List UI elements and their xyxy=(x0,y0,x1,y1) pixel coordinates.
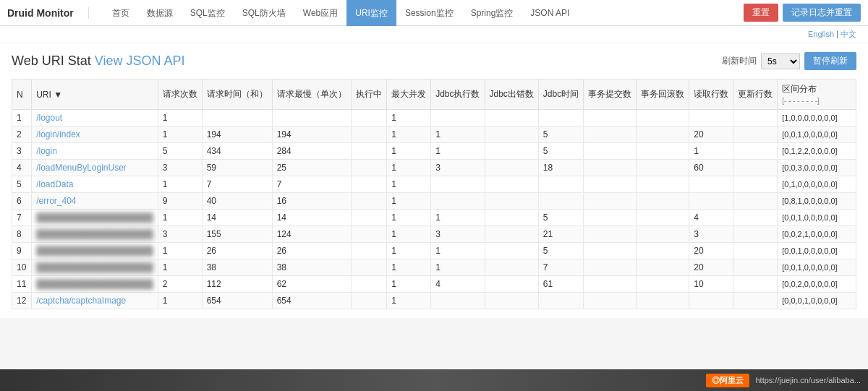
nav-links: 首页数据源SQL监控SQL防火墙Web应用URI监控Session监控Sprin… xyxy=(103,0,744,26)
cell-jdbc_exec xyxy=(431,110,485,126)
cell-req_count: 1 xyxy=(158,243,202,259)
cell-req_count: 1 xyxy=(158,126,202,143)
uri-link[interactable]: /loadMenuByLoginUser xyxy=(36,163,127,173)
cell-tx_commit xyxy=(584,143,637,160)
nav-link-Spring监控[interactable]: Spring监控 xyxy=(462,0,522,26)
refresh-controls: 刷新时间 5s 10s 30s 关闭 暂停刷新 xyxy=(722,52,856,70)
cell-running xyxy=(351,276,386,293)
col-header-0[interactable]: N xyxy=(12,80,32,110)
page-header: Web URI Stat View JSON API 刷新时间 5s 10s 3… xyxy=(12,52,856,70)
cell-req_count: 9 xyxy=(158,193,202,210)
blurred-uri: ███████████████████ xyxy=(36,279,153,289)
cell-read_rows xyxy=(689,293,733,309)
cell-jdbc_exec: 3 xyxy=(431,226,485,243)
col-header-1[interactable]: URI ▼ xyxy=(32,80,158,110)
table-row: 7███████████████████114141154[0,0,1,0,0,… xyxy=(12,210,856,226)
cell-jdbc_time xyxy=(538,176,583,193)
pause-button[interactable]: 暂停刷新 xyxy=(804,52,856,70)
cell-max_concurrent: 1 xyxy=(387,210,431,226)
uri-link[interactable]: /captcha/captchaImage xyxy=(36,296,126,306)
table-row: 2/login/index119419411520[0,0,1,0,0,0,0,… xyxy=(12,126,856,143)
nav-link-SQL监控[interactable]: SQL监控 xyxy=(182,0,234,26)
nav-link-Session监控[interactable]: Session监控 xyxy=(396,0,462,26)
cell-tx_rollback xyxy=(637,210,689,226)
nav-link-JSON API[interactable]: JSON API xyxy=(522,0,578,26)
blurred-uri: ███████████████████ xyxy=(36,229,153,239)
refresh-label: 刷新时间 xyxy=(722,55,757,67)
cell-req_time: 59 xyxy=(202,160,272,176)
cell-tx_rollback xyxy=(637,110,689,126)
uri-link[interactable]: /loadData xyxy=(36,179,73,189)
cell-tx_commit xyxy=(584,226,637,243)
cell-tx_commit xyxy=(584,126,637,143)
cell-max_concurrent: 1 xyxy=(387,110,431,126)
english-link[interactable]: English xyxy=(808,30,834,38)
chinese-link[interactable]: 中文 xyxy=(841,30,856,38)
cell-update_rows xyxy=(733,126,778,143)
uri-link[interactable]: /logout xyxy=(36,113,62,123)
nav-link-URI监控[interactable]: URI监控 xyxy=(346,0,396,26)
dist-cell: [0,1,0,0,0,0,0,0] xyxy=(778,176,856,193)
cell-req_slow: 25 xyxy=(272,160,351,176)
cell-req_slow: 38 xyxy=(272,259,351,276)
cell-jdbc_err xyxy=(485,293,538,309)
cell-jdbc_time xyxy=(538,293,583,309)
cell-max_concurrent: 1 xyxy=(387,176,431,193)
uri-link[interactable]: /error_404 xyxy=(36,196,76,206)
cell-req_count: 3 xyxy=(158,226,202,243)
cell-jdbc_err xyxy=(485,210,538,226)
table-row: 11███████████████████211262146110[0,0,2,… xyxy=(12,276,856,293)
col-header-8: Jdbc出错数 xyxy=(485,80,538,110)
table-row: 9███████████████████1262611520[0,0,1,0,0… xyxy=(12,243,856,259)
cell-running xyxy=(351,193,386,210)
cell-req_count: 1 xyxy=(158,110,202,126)
reset-button[interactable]: 重置 xyxy=(744,4,778,22)
cell-req_count: 1 xyxy=(158,176,202,193)
cell-read_rows xyxy=(689,176,733,193)
blurred-uri: ███████████████████ xyxy=(36,262,153,272)
log-reset-button[interactable]: 记录日志并重置 xyxy=(783,4,861,22)
cell-tx_rollback xyxy=(637,193,689,210)
cell-n: 5 xyxy=(12,176,32,193)
table-row: 4/loadMenuByLoginUser35925131860[0,0,3,0… xyxy=(12,160,856,176)
cell-running xyxy=(351,160,386,176)
nav-link-数据源[interactable]: 数据源 xyxy=(138,0,182,26)
dist-cell: [0,0,2,1,0,0,0,0] xyxy=(778,226,856,243)
cell-update_rows xyxy=(733,259,778,276)
cell-jdbc_time: 18 xyxy=(538,160,583,176)
uri-link[interactable]: /login xyxy=(36,146,57,156)
blurred-uri: ███████████████████ xyxy=(36,212,153,223)
col-header-12: 读取行数 xyxy=(689,80,733,110)
col-header-14: 区间分布[- - - - - - - -] xyxy=(778,80,856,110)
cell-jdbc_err xyxy=(485,110,538,126)
cell-running xyxy=(351,126,386,143)
dist-cell: [1,0,0,0,0,0,0,0] xyxy=(778,110,856,126)
cell-read_rows: 4 xyxy=(689,210,733,226)
cell-req_time: 155 xyxy=(202,226,272,243)
cell-tx_rollback xyxy=(637,243,689,259)
dist-cell: [0,8,1,0,0,0,0,0] xyxy=(778,193,856,210)
nav-link-SQL防火墙[interactable]: SQL防火墙 xyxy=(234,0,294,26)
cell-n: 3 xyxy=(12,143,32,160)
cell-read_rows: 3 xyxy=(689,226,733,243)
view-api-link[interactable]: View JSON API xyxy=(95,53,185,68)
cell-max_concurrent: 1 xyxy=(387,243,431,259)
cell-running xyxy=(351,143,386,160)
cell-req_slow: 194 xyxy=(272,126,351,143)
cell-read_rows: 20 xyxy=(689,259,733,276)
cell-jdbc_exec: 1 xyxy=(431,259,485,276)
cell-tx_commit xyxy=(584,193,637,210)
uri-link[interactable]: /login/index xyxy=(36,129,80,139)
cell-running xyxy=(351,226,386,243)
cell-tx_rollback xyxy=(637,126,689,143)
nav-link-首页[interactable]: 首页 xyxy=(103,0,138,26)
nav-link-Web应用[interactable]: Web应用 xyxy=(294,0,346,26)
cell-n: 10 xyxy=(12,259,32,276)
cell-jdbc_err xyxy=(485,143,538,160)
cell-read_rows: 60 xyxy=(689,160,733,176)
cell-read_rows: 20 xyxy=(689,243,733,259)
refresh-select[interactable]: 5s 10s 30s 关闭 xyxy=(761,53,800,69)
cell-n: 12 xyxy=(12,293,32,309)
cell-n: 2 xyxy=(12,126,32,143)
cell-jdbc_time: 5 xyxy=(538,126,583,143)
